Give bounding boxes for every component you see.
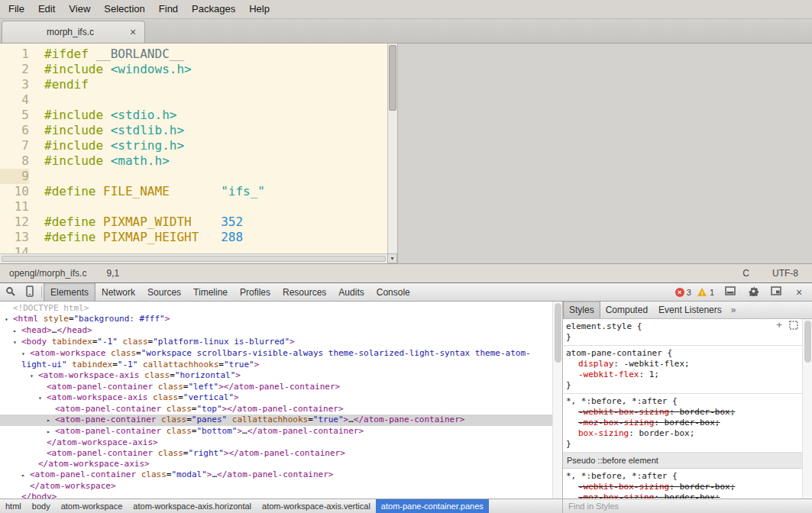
editor-code[interactable]: #ifdef __BORLANDC__#include <windows.h>#… <box>38 44 387 253</box>
device-mode-button[interactable] <box>20 283 40 301</box>
css-declaration[interactable]: -moz-box-sizing: border-box; <box>566 492 799 498</box>
chevron-right-icon[interactable]: ▸ <box>47 427 55 437</box>
styles-scrollbar[interactable] <box>802 319 812 498</box>
css-declaration[interactable]: -webkit-box-sizing: border-box; <box>566 482 799 492</box>
dom-tree-row[interactable]: ▸<atom-panel-container class="bottom">…<… <box>0 426 552 437</box>
devtools-close-button[interactable]: × <box>789 286 809 298</box>
dom-tree-row[interactable]: <atom-panel-container class="top"></atom… <box>0 404 552 415</box>
devtools-tab-console[interactable]: Console <box>370 283 416 301</box>
code-line[interactable] <box>44 169 387 184</box>
sidebar-tab-computed[interactable]: Computed <box>600 302 653 318</box>
code-line[interactable]: #include <stdlib.h> <box>44 123 387 138</box>
menu-item-help[interactable]: Help <box>242 0 277 18</box>
css-selector[interactable]: atom-pane-container <box>566 348 662 358</box>
line-number[interactable]: 2 <box>0 62 29 77</box>
devtools-tab-resources[interactable]: Resources <box>277 283 332 301</box>
dom-tree-row[interactable]: ▾<atom-workspace class="workspace scroll… <box>0 348 552 370</box>
dom-tree-row[interactable]: ▸<atom-pane-container class="panes" call… <box>0 415 552 426</box>
line-number[interactable]: 12 <box>0 215 29 230</box>
dom-tree-row[interactable]: ▾<atom-workspace-axis class="horizontal"… <box>0 370 552 382</box>
code-line[interactable]: #define PIXMAP_HEIGHT 288 <box>44 230 387 245</box>
line-number[interactable]: 4 <box>0 92 29 108</box>
line-number[interactable]: 7 <box>0 138 29 153</box>
css-selector[interactable]: *, *:before, *:after <box>566 396 667 406</box>
menu-item-view[interactable]: View <box>62 0 97 18</box>
devtools-tab-profiles[interactable]: Profiles <box>234 283 277 301</box>
dom-tree-row[interactable]: ▾<html style="background: #fff"> <box>0 314 552 325</box>
warning-count-button[interactable]: ! 1 <box>697 288 714 297</box>
chevron-down-icon[interactable]: ▾ <box>21 349 30 360</box>
scrollbar-thumb[interactable] <box>555 303 561 363</box>
line-number[interactable]: 10 <box>0 184 29 199</box>
css-declaration[interactable]: -moz-box-sizing: border-box; <box>566 418 799 428</box>
devtools-tab-elements[interactable]: Elements <box>44 283 95 301</box>
dom-tree-row[interactable]: <atom-panel-container class="left"></ato… <box>0 382 552 392</box>
breadcrumb-item-body[interactable]: body <box>27 499 56 513</box>
chevron-right-icon[interactable]: ▸ <box>21 470 30 481</box>
code-line[interactable]: #endif <box>44 77 387 92</box>
code-line[interactable]: #include <windows.h> <box>44 62 387 77</box>
chevron-right-icon[interactable]: ▸ <box>47 415 55 426</box>
text-editor[interactable]: 1234567891011121314 #ifdef __BORLANDC__#… <box>0 44 387 253</box>
code-line[interactable]: #include <stdio.h> <box>44 108 387 123</box>
encoding-selector[interactable]: UTF-8 <box>772 268 798 279</box>
editor-tab[interactable]: morph_ifs.c × <box>2 21 145 43</box>
line-number[interactable]: 11 <box>0 199 29 215</box>
code-line[interactable]: #ifdef __BORLANDC__ <box>44 47 387 62</box>
inspect-element-button[interactable] <box>0 283 20 301</box>
devtools-tab-audits[interactable]: Audits <box>332 283 370 301</box>
css-selector[interactable]: element.style <box>566 321 632 331</box>
css-selector[interactable]: *, *:before, *:after <box>566 471 667 481</box>
line-number[interactable]: 1 <box>0 47 29 62</box>
scrollbar-thumb[interactable] <box>2 256 386 262</box>
dom-tree-row[interactable]: </atom-workspace> <box>0 481 552 492</box>
scroll-down-button[interactable]: ▾ <box>387 253 397 263</box>
toggle-element-state-icon[interactable] <box>789 321 798 330</box>
line-number[interactable]: 14 <box>0 245 29 253</box>
chevron-down-icon[interactable]: ▾ <box>5 315 13 325</box>
error-count-button[interactable]: × 3 <box>675 288 691 297</box>
cursor-position[interactable]: 9,1 <box>106 268 119 279</box>
code-line[interactable]: #define PIXMAP_WIDTH 352 <box>44 215 387 230</box>
code-line[interactable]: #define FILE_NAME "ifs_" <box>44 184 387 199</box>
code-line[interactable] <box>44 245 387 253</box>
line-number[interactable]: 9 <box>0 169 29 184</box>
dom-tree-row[interactable]: <atom-panel-container class="right"></at… <box>0 448 552 459</box>
grammar-selector[interactable]: C <box>742 268 749 279</box>
css-declaration[interactable]: -webkit-flex: 1; <box>566 369 799 380</box>
scrollbar-thumb[interactable] <box>389 45 396 111</box>
overflow-menu-icon[interactable]: » <box>727 302 740 318</box>
code-line[interactable] <box>44 92 387 108</box>
breadcrumb-item-atom-workspace-axis.horizontal[interactable]: atom-workspace-axis.horizontal <box>128 499 257 513</box>
chevron-down-icon[interactable]: ▾ <box>38 393 47 404</box>
dom-tree-row[interactable]: ▸<head>…</head> <box>0 325 552 337</box>
code-line[interactable] <box>44 199 387 215</box>
breadcrumb-item-atom-workspace[interactable]: atom-workspace <box>56 499 128 513</box>
breadcrumb-item-atom-pane-container.panes[interactable]: atom-pane-container.panes <box>376 499 489 513</box>
menu-item-packages[interactable]: Packages <box>185 0 242 18</box>
line-number[interactable]: 8 <box>0 153 29 169</box>
breadcrumb-item-html[interactable]: html <box>0 499 27 513</box>
breadcrumb-item-atom-workspace-axis.vertical[interactable]: atom-workspace-axis.vertical <box>257 499 376 513</box>
menu-item-edit[interactable]: Edit <box>31 0 62 18</box>
elements-scrollbar[interactable] <box>552 302 562 498</box>
dock-side-button[interactable] <box>766 286 786 298</box>
devtools-tab-sources[interactable]: Sources <box>141 283 187 301</box>
code-line[interactable]: #include <math.h> <box>44 153 387 169</box>
css-declaration[interactable]: box-sizing: border-box; <box>566 428 799 439</box>
line-number[interactable]: 13 <box>0 230 29 245</box>
devtools-tab-timeline[interactable]: Timeline <box>187 283 234 301</box>
dom-tree-row[interactable]: ▸<atom-panel-container class="modal">…</… <box>0 469 552 481</box>
line-number[interactable]: 3 <box>0 77 29 92</box>
dom-tree-row[interactable]: </atom-workspace-axis> <box>0 459 552 469</box>
editor-horizontal-scrollbar[interactable] <box>0 253 387 263</box>
sidebar-tab-styles[interactable]: Styles <box>563 302 600 318</box>
new-style-rule-icon[interactable]: + <box>776 321 782 330</box>
dom-tree-row[interactable]: ▾<atom-workspace-axis class="vertical"> <box>0 392 552 404</box>
scrollbar-thumb[interactable] <box>804 321 811 363</box>
dom-tree-row[interactable]: <!DOCTYPE html> <box>0 303 552 314</box>
code-line[interactable]: #include <string.h> <box>44 138 387 153</box>
console-drawer-button[interactable] <box>720 286 740 298</box>
find-styles-input[interactable] <box>563 502 812 511</box>
menu-item-find[interactable]: Find <box>152 0 185 18</box>
